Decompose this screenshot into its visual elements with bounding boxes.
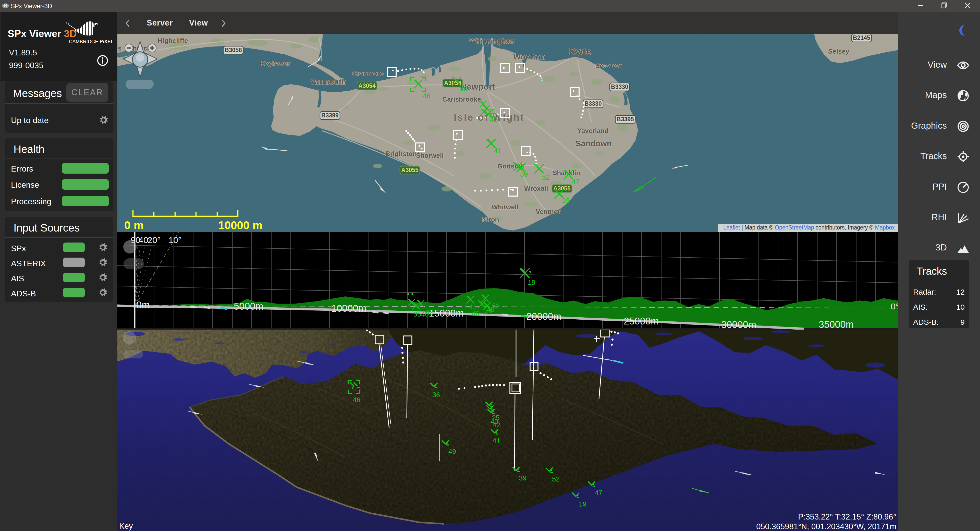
svg-text:Keyhaven: Keyhaven xyxy=(260,60,291,67)
svg-text:A3054: A3054 xyxy=(358,83,375,89)
svg-text:P:353.22° T:32.15° Z:80.96°: P:353.22° T:32.15° Z:80.96° xyxy=(798,512,896,521)
svg-text:10000 m: 10000 m xyxy=(218,219,262,231)
svg-text:20°: 20° xyxy=(148,235,161,245)
svg-text:Whippingham: Whippingham xyxy=(469,37,516,45)
svg-text:46: 46 xyxy=(423,92,430,100)
svg-text:19: 19 xyxy=(562,197,570,204)
svg-text:B3399: B3399 xyxy=(321,112,339,119)
svg-text:19: 19 xyxy=(579,501,587,508)
svg-text:B3330: B3330 xyxy=(584,100,602,107)
svg-text:42: 42 xyxy=(493,421,500,429)
svg-text:10°: 10° xyxy=(169,235,181,245)
svg-text:0 m: 0 m xyxy=(124,219,144,231)
svg-text:36: 36 xyxy=(460,85,467,93)
svg-text:49: 49 xyxy=(449,448,456,455)
svg-text:Shorwell: Shorwell xyxy=(416,151,444,159)
svg-text:B3330: B3330 xyxy=(611,83,628,90)
svg-text:47: 47 xyxy=(595,489,602,497)
svg-text:Carisbrooke: Carisbrooke xyxy=(442,96,481,103)
svg-text:s: s xyxy=(118,45,121,52)
svg-text:46: 46 xyxy=(353,396,360,404)
svg-text:Yaverland: Yaverland xyxy=(577,127,609,134)
svg-text:19: 19 xyxy=(528,279,535,286)
svg-text:36: 36 xyxy=(432,391,440,399)
svg-text:15000m: 15000m xyxy=(429,308,464,319)
svg-text:25000m: 25000m xyxy=(624,316,659,327)
svg-text:52: 52 xyxy=(542,174,550,181)
svg-text:Ventnor: Ventnor xyxy=(536,208,560,215)
svg-text:A3055: A3055 xyxy=(401,167,418,173)
svg-text:Wroxall: Wroxall xyxy=(524,185,548,192)
svg-text:Niton: Niton xyxy=(482,216,499,223)
svg-text:42: 42 xyxy=(426,308,433,316)
svg-text:Whitwell: Whitwell xyxy=(492,203,518,211)
svg-text:Wootton: Wootton xyxy=(513,52,545,61)
svg-text:B3058: B3058 xyxy=(224,47,242,53)
svg-text:B2145: B2145 xyxy=(853,35,870,41)
svg-text:Sandown: Sandown xyxy=(576,139,612,148)
svg-text:41: 41 xyxy=(494,147,501,155)
svg-text:47: 47 xyxy=(572,178,579,186)
svg-text:050.365981°N, 001.203430°W, 20: 050.365981°N, 001.203430°W, 20171m xyxy=(756,522,896,531)
svg-text:Selsey: Selsey xyxy=(828,48,850,55)
svg-text:Leaflet | Map data © OpenStree: Leaflet | Map data © OpenStreetMap contr… xyxy=(723,224,895,231)
svg-text:10000m: 10000m xyxy=(331,303,366,314)
svg-text:Ryde: Ryde xyxy=(569,46,591,57)
svg-text:Cranmore: Cranmore xyxy=(352,70,383,77)
svg-text:35000m: 35000m xyxy=(819,319,854,330)
svg-text:39: 39 xyxy=(520,171,528,178)
svg-text:46: 46 xyxy=(472,310,479,317)
svg-text:0m: 0m xyxy=(136,300,150,311)
svg-text:Highcliffe: Highcliffe xyxy=(158,37,188,45)
svg-text:39: 39 xyxy=(519,474,527,482)
svg-text:41: 41 xyxy=(493,437,500,445)
svg-text:B3395: B3395 xyxy=(617,116,634,123)
svg-text:42: 42 xyxy=(490,116,498,124)
svg-text:30000m: 30000m xyxy=(721,319,756,330)
svg-text:Seaview: Seaview xyxy=(595,62,621,69)
svg-text:5000m: 5000m xyxy=(234,301,263,312)
svg-text:Yarmouth: Yarmouth xyxy=(310,77,346,86)
svg-text:20000m: 20000m xyxy=(526,311,561,322)
svg-text:52: 52 xyxy=(492,302,500,310)
svg-text:0°: 0° xyxy=(891,301,898,311)
svg-text:Key: Key xyxy=(119,521,133,531)
svg-text:52: 52 xyxy=(552,475,560,483)
